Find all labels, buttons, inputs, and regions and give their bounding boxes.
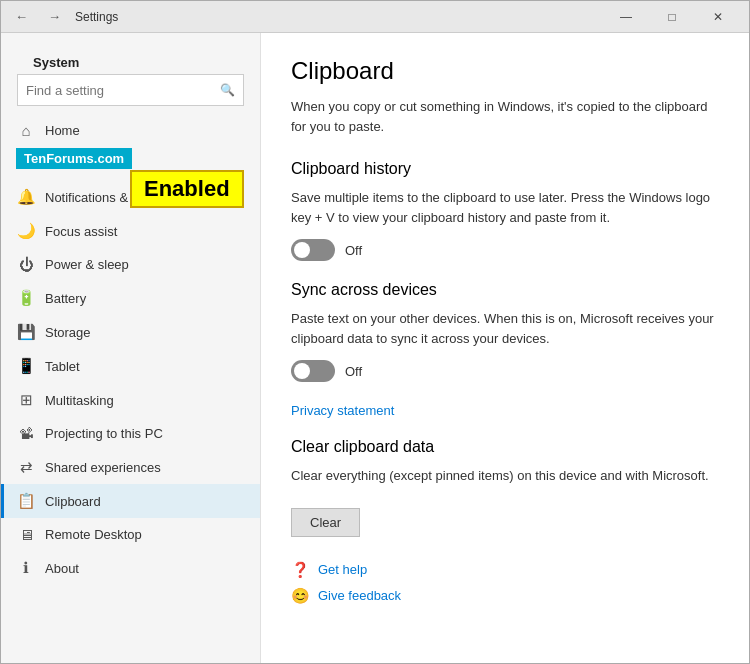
- shared-icon: ⇄: [17, 458, 35, 476]
- sync-toggle-knob: [294, 363, 310, 379]
- nav-item-focus[interactable]: 🌙 Focus assist: [1, 214, 260, 248]
- power-icon: ⏻: [17, 256, 35, 273]
- maximize-button[interactable]: □: [649, 1, 695, 33]
- get-help-link[interactable]: Get help: [318, 562, 367, 577]
- back-button[interactable]: ←: [9, 7, 34, 26]
- nav-item-about[interactable]: ℹ About: [1, 551, 260, 585]
- clear-button[interactable]: Clear: [291, 508, 360, 537]
- nav-label-sound: Sound: [45, 156, 83, 171]
- about-icon: ℹ: [17, 559, 35, 577]
- search-box[interactable]: 🔍: [17, 74, 244, 106]
- home-icon: ⌂: [17, 122, 35, 139]
- nav-item-clipboard[interactable]: 📋 Clipboard: [1, 484, 260, 518]
- nav-item-sound[interactable]: ♪ Sound: [1, 147, 260, 180]
- get-help-item: ❓ Get help: [291, 561, 719, 579]
- nav-item-shared[interactable]: ⇄ Shared experiences: [1, 450, 260, 484]
- window-title: Settings: [75, 10, 118, 24]
- nav-item-notifications[interactable]: 🔔 Notifications & actions: [1, 180, 260, 214]
- forward-button[interactable]: →: [42, 7, 67, 26]
- history-toggle-knob: [294, 242, 310, 258]
- history-toggle[interactable]: [291, 239, 335, 261]
- title-bar-left: ← → Settings: [9, 7, 118, 26]
- settings-window: ← → Settings — □ ✕ System 🔍 ⌂ Home: [0, 0, 750, 664]
- history-desc: Save multiple items to the clipboard to …: [291, 188, 719, 227]
- nav-label-shared: Shared experiences: [45, 460, 161, 475]
- battery-icon: 🔋: [17, 289, 35, 307]
- nav-label-storage: Storage: [45, 325, 91, 340]
- remote-icon: 🖥: [17, 526, 35, 543]
- sidebar-header: System 🔍: [1, 33, 260, 114]
- nav-label-notifications: Notifications & actions: [45, 190, 173, 205]
- nav-item-battery[interactable]: 🔋 Battery: [1, 281, 260, 315]
- give-feedback-link[interactable]: Give feedback: [318, 588, 401, 603]
- storage-icon: 💾: [17, 323, 35, 341]
- sync-toggle[interactable]: [291, 360, 335, 382]
- nav-label-multitasking: Multitasking: [45, 393, 114, 408]
- nav-item-multitasking[interactable]: ⊞ Multitasking: [1, 383, 260, 417]
- sidebar: System 🔍 ⌂ Home ♪ Sound 🔔 Notifications …: [1, 33, 261, 663]
- nav-label-remote: Remote Desktop: [45, 527, 142, 542]
- nav-item-home[interactable]: ⌂ Home: [1, 114, 260, 147]
- give-feedback-item: 😊 Give feedback: [291, 587, 719, 605]
- sync-desc: Paste text on your other devices. When t…: [291, 309, 719, 348]
- nav-label-focus: Focus assist: [45, 224, 117, 239]
- sidebar-section-label: System: [17, 47, 244, 74]
- get-help-icon: ❓: [291, 561, 310, 579]
- minimize-button[interactable]: —: [603, 1, 649, 33]
- nav-item-power[interactable]: ⏻ Power & sleep: [1, 248, 260, 281]
- multitasking-icon: ⊞: [17, 391, 35, 409]
- give-feedback-icon: 😊: [291, 587, 310, 605]
- nav-item-remote[interactable]: 🖥 Remote Desktop: [1, 518, 260, 551]
- sync-toggle-row: Off: [291, 360, 719, 382]
- nav-label-power: Power & sleep: [45, 257, 129, 272]
- search-input[interactable]: [26, 83, 214, 98]
- history-section-title: Clipboard history: [291, 160, 719, 178]
- sync-section-title: Sync across devices: [291, 281, 719, 299]
- page-title: Clipboard: [291, 57, 719, 85]
- window-controls: — □ ✕: [603, 1, 741, 33]
- clear-section-title: Clear clipboard data: [291, 438, 719, 456]
- privacy-link[interactable]: Privacy statement: [291, 403, 394, 418]
- history-toggle-row: Off: [291, 239, 719, 261]
- intro-text: When you copy or cut something in Window…: [291, 97, 719, 136]
- search-icon: 🔍: [220, 83, 235, 97]
- nav-label-projecting: Projecting to this PC: [45, 426, 163, 441]
- notifications-icon: 🔔: [17, 188, 35, 206]
- nav-item-projecting[interactable]: 📽 Projecting to this PC: [1, 417, 260, 450]
- sync-toggle-label: Off: [345, 364, 362, 379]
- sound-icon: ♪: [17, 155, 35, 172]
- history-toggle-label: Off: [345, 243, 362, 258]
- content-area: Clipboard When you copy or cut something…: [261, 33, 749, 663]
- projecting-icon: 📽: [17, 425, 35, 442]
- clipboard-icon: 📋: [17, 492, 35, 510]
- nav-label-tablet: Tablet: [45, 359, 80, 374]
- nav-label-home: Home: [45, 123, 80, 138]
- main-area: System 🔍 ⌂ Home ♪ Sound 🔔 Notifications …: [1, 33, 749, 663]
- nav-label-battery: Battery: [45, 291, 86, 306]
- nav-label-about: About: [45, 561, 79, 576]
- nav-item-tablet[interactable]: 📱 Tablet: [1, 349, 260, 383]
- focus-icon: 🌙: [17, 222, 35, 240]
- title-bar: ← → Settings — □ ✕: [1, 1, 749, 33]
- clear-desc: Clear everything (except pinned items) o…: [291, 466, 719, 486]
- close-button[interactable]: ✕: [695, 1, 741, 33]
- nav-item-storage[interactable]: 💾 Storage: [1, 315, 260, 349]
- nav-label-clipboard: Clipboard: [45, 494, 101, 509]
- tablet-icon: 📱: [17, 357, 35, 375]
